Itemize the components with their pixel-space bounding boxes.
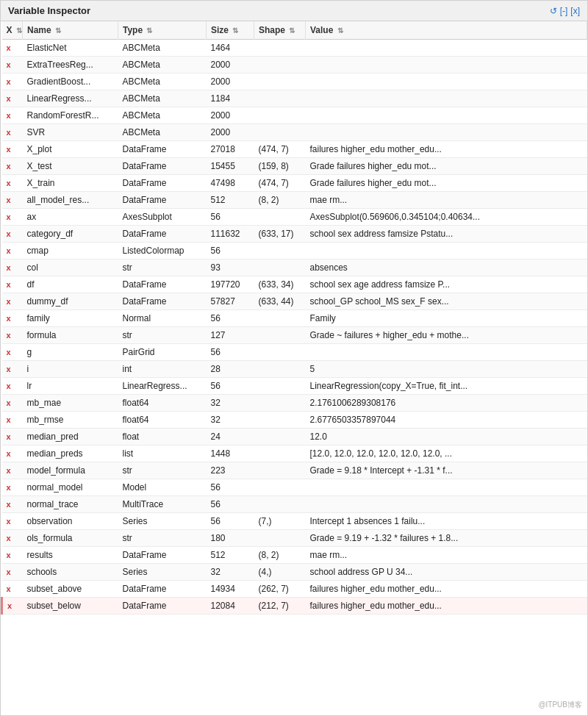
table-row[interactable]: xLinearRegress...ABCMeta1184 xyxy=(2,90,587,107)
variable-shape xyxy=(254,412,306,429)
delete-variable-button[interactable]: x xyxy=(7,212,11,221)
delete-variable-button[interactable]: x xyxy=(7,331,11,340)
table-row[interactable]: xaxAxesSubplot56AxesSubplot(0.569606,0.3… xyxy=(2,209,587,226)
delete-variable-button[interactable]: x xyxy=(7,145,11,154)
variable-shape: (159, 8) xyxy=(254,158,306,175)
delete-variable-button[interactable]: x xyxy=(7,415,11,424)
variable-shape xyxy=(254,445,306,462)
variable-name: col xyxy=(23,259,118,276)
table-row[interactable]: xElasticNetABCMeta1464 xyxy=(2,40,587,57)
variable-value xyxy=(306,90,587,107)
delete-variable-button[interactable]: x xyxy=(7,229,11,238)
table-row[interactable]: xsubset_belowDataFrame12084(212, 7)failu… xyxy=(2,598,587,615)
delete-variable-button[interactable]: x xyxy=(7,500,11,509)
delete-variable-button[interactable]: x xyxy=(7,584,11,593)
table-row[interactable]: xschoolsSeries32(4,)school address GP U … xyxy=(2,564,587,581)
table-row[interactable]: xfamilyNormal56Family xyxy=(2,310,587,327)
delete-variable-button[interactable]: x xyxy=(7,263,11,272)
table-row[interactable]: xmedian_predfloat2412.0 xyxy=(2,429,587,445)
delete-variable-button[interactable]: x xyxy=(7,483,11,492)
table-row[interactable]: xmb_maefloat64322.1761006289308176 xyxy=(2,395,587,412)
variable-value: Grade failures higher_edu mot... xyxy=(306,175,587,192)
panel-header: Variable Inspector ↺ [-] [x] xyxy=(1,1,587,21)
table-row[interactable]: xmodel_formulastr223Grade = 9.18 * Inter… xyxy=(2,462,587,479)
variable-shape: (8, 2) xyxy=(254,547,306,564)
table-row[interactable]: xobservationSeries56(7,)Intercept 1 abse… xyxy=(2,513,587,530)
variable-name: ElasticNet xyxy=(23,40,118,57)
minimize-button[interactable]: [-] xyxy=(560,6,568,16)
delete-variable-button[interactable]: x xyxy=(7,280,11,289)
delete-variable-button[interactable]: x xyxy=(7,382,11,390)
refresh-button[interactable]: ↺ xyxy=(550,6,557,16)
table-row[interactable]: xall_model_res...DataFrame512(8, 2)mae r… xyxy=(2,192,587,209)
delete-variable-button[interactable]: x xyxy=(7,601,12,610)
table-row[interactable]: xSVRABCMeta2000 xyxy=(2,124,587,141)
delete-variable-button[interactable]: x xyxy=(7,466,11,475)
delete-variable-button[interactable]: x xyxy=(7,162,11,171)
table-row[interactable]: xExtraTreesReg...ABCMeta2000 xyxy=(2,57,587,74)
delete-variable-button[interactable]: x xyxy=(7,60,11,69)
col-header-type[interactable]: Type ⇅ xyxy=(118,21,207,40)
table-row[interactable]: xmedian_predslist1448[12.0, 12.0, 12.0, … xyxy=(2,445,587,462)
table-row[interactable]: xX_plotDataFrame27018(474, 7)failures hi… xyxy=(2,141,587,158)
table-row[interactable]: xiint285 xyxy=(2,361,587,378)
delete-variable-button[interactable]: x xyxy=(7,517,11,526)
col-header-size[interactable]: Size ⇅ xyxy=(207,21,254,40)
delete-variable-button[interactable]: x xyxy=(7,398,11,407)
delete-variable-button[interactable]: x xyxy=(7,297,11,306)
delete-variable-button[interactable]: x xyxy=(7,77,11,86)
variable-name: category_df xyxy=(23,226,118,243)
variable-size: 56 xyxy=(207,479,254,496)
table-row[interactable]: xcmapListedColormap56 xyxy=(2,243,587,259)
table-row[interactable]: xnormal_modelModel56 xyxy=(2,479,587,496)
delete-variable-button[interactable]: x xyxy=(7,432,11,441)
table-row[interactable]: xnormal_traceMultiTrace56 xyxy=(2,496,587,513)
col-header-shape[interactable]: Shape ⇅ xyxy=(254,21,306,40)
delete-variable-button[interactable]: x xyxy=(7,551,11,559)
delete-variable-button[interactable]: x xyxy=(7,94,11,103)
variable-size: 2000 xyxy=(207,74,254,90)
delete-variable-button[interactable]: x xyxy=(7,246,11,255)
table-row[interactable]: xdummy_dfDataFrame57827(633, 44)school_G… xyxy=(2,293,587,310)
col-header-value[interactable]: Value ⇅ xyxy=(306,21,587,40)
table-row[interactable]: xgPairGrid56 xyxy=(2,344,587,361)
delete-variable-button[interactable]: x xyxy=(7,365,11,373)
delete-variable-button[interactable]: x xyxy=(7,568,11,576)
delete-variable-button[interactable]: x xyxy=(7,111,11,120)
delete-variable-button[interactable]: x xyxy=(7,314,11,323)
table-row[interactable]: xcategory_dfDataFrame111632(633, 17)scho… xyxy=(2,226,587,243)
table-row[interactable]: xdfDataFrame197720(633, 34)school sex ag… xyxy=(2,276,587,293)
variable-value: failures higher_edu mother_edu... xyxy=(306,598,587,615)
table-row[interactable]: xols_formulastr180Grade = 9.19 + -1.32 *… xyxy=(2,530,587,547)
delete-variable-button[interactable]: x xyxy=(7,43,11,52)
variable-shape xyxy=(254,429,306,445)
table-row[interactable]: xlrLinearRegress...56LinearRegression(co… xyxy=(2,378,587,395)
variable-shape: (4,) xyxy=(254,564,306,581)
table-row[interactable]: xresultsDataFrame512(8, 2)mae rm... xyxy=(2,547,587,564)
delete-variable-button[interactable]: x xyxy=(7,534,11,543)
variable-size: 47498 xyxy=(207,175,254,192)
table-row[interactable]: xmb_rmsefloat64322.6776503357897044 xyxy=(2,412,587,429)
table-row[interactable]: xX_testDataFrame15455(159, 8)Grade failu… xyxy=(2,158,587,175)
delete-variable-button[interactable]: x xyxy=(7,348,11,357)
table-row[interactable]: xcolstr93absences xyxy=(2,259,587,276)
table-row[interactable]: xX_trainDataFrame47498(474, 7)Grade fail… xyxy=(2,175,587,192)
table-row[interactable]: xGradientBoost...ABCMeta2000 xyxy=(2,74,587,90)
table-row[interactable]: xformulastr127Grade ~ failures + higher_… xyxy=(2,327,587,344)
table-row[interactable]: xRandomForestR...ABCMeta2000 xyxy=(2,107,587,124)
variable-type: DataFrame xyxy=(118,158,207,175)
close-button[interactable]: [x] xyxy=(570,6,580,16)
delete-variable-button[interactable]: x xyxy=(7,196,11,204)
col-header-name[interactable]: Name ⇅ xyxy=(23,21,118,40)
col-header-x[interactable]: X ⇅ xyxy=(2,21,23,40)
variable-name: observation xyxy=(23,513,118,530)
table-row[interactable]: xsubset_aboveDataFrame14934(262, 7)failu… xyxy=(2,581,587,598)
delete-variable-button[interactable]: x xyxy=(7,128,11,137)
variable-value xyxy=(306,124,587,141)
variable-name: cmap xyxy=(23,243,118,259)
variable-name: lr xyxy=(23,378,118,395)
variable-type: str xyxy=(118,462,207,479)
delete-variable-button[interactable]: x xyxy=(7,449,11,458)
variable-size: 1464 xyxy=(207,40,254,57)
delete-variable-button[interactable]: x xyxy=(7,179,11,187)
